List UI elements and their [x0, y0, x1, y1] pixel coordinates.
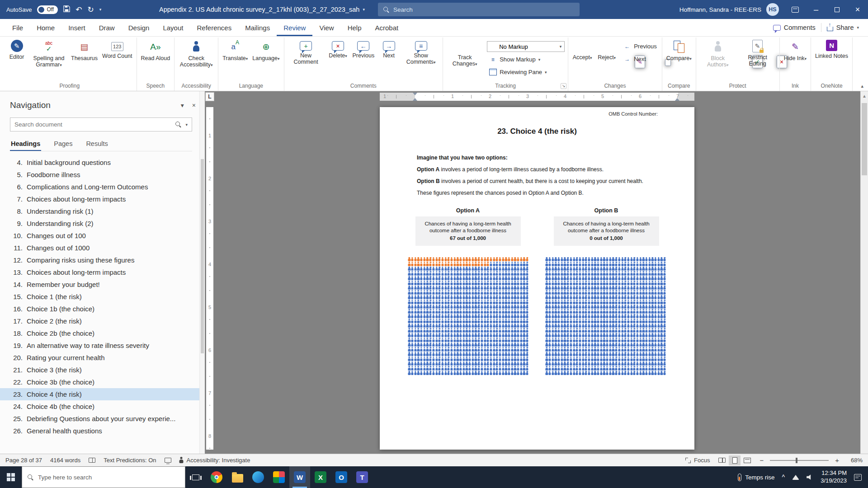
thesaurus-button[interactable]: ▤Thesaurus — [69, 38, 100, 62]
tab-file[interactable]: File — [5, 19, 30, 36]
nav-heading-item[interactable]: 23.Choice 4 (the risk) — [0, 388, 205, 400]
recording-icon[interactable] — [165, 458, 171, 463]
nav-heading-item[interactable]: 9.Understanding risk (2) — [0, 217, 205, 230]
taskbar-app-photos[interactable] — [269, 466, 289, 488]
dialog-launcher-icon[interactable]: ↘ — [561, 83, 566, 89]
nav-heading-item[interactable]: 14.Remember your budget! — [0, 278, 205, 291]
nav-heading-item[interactable]: 24.Choice 4b (the choice) — [0, 400, 205, 413]
nav-tab-results[interactable]: Results — [85, 139, 108, 151]
right-indent-marker[interactable] — [675, 98, 679, 101]
notifications-icon[interactable] — [854, 474, 862, 481]
nav-heading-item[interactable]: 18.Choice 2b (the choice) — [0, 327, 205, 339]
titlebar-search[interactable] — [378, 3, 580, 16]
taskbar-search[interactable] — [22, 466, 185, 488]
taskbar-app-word[interactable]: W — [289, 466, 310, 488]
tab-design[interactable]: Design — [122, 19, 156, 36]
avatar[interactable]: HS — [766, 3, 779, 16]
nav-heading-item[interactable]: 6.Complications and Long-term Outcomes — [0, 181, 205, 193]
save-icon[interactable] — [63, 5, 70, 14]
read-aloud-button[interactable]: A»Read Aloud — [139, 38, 173, 62]
taskbar-search-input[interactable] — [38, 474, 179, 481]
tab-references[interactable]: References — [190, 19, 238, 36]
task-view-button[interactable] — [185, 466, 206, 488]
accept-button[interactable]: ✓Accept▾ — [570, 38, 594, 62]
nav-scrollbar[interactable] — [199, 91, 205, 454]
navigation-dropdown-icon[interactable]: ▾ — [181, 102, 184, 109]
tab-help[interactable]: Help — [341, 19, 368, 36]
nav-heading-item[interactable]: 21.Choice 3 (the risk) — [0, 364, 205, 376]
clock[interactable]: 12:34 PM 3/19/2023 — [821, 469, 847, 485]
nav-heading-item[interactable]: 13.Choices about long-term impacts — [0, 266, 205, 278]
check-accessibility-button[interactable]: Check Accessibility▾ — [176, 38, 216, 69]
collapse-ribbon-icon[interactable]: ▴ — [861, 83, 863, 89]
proofing-icon[interactable] — [89, 458, 95, 463]
nav-search-input[interactable] — [14, 121, 171, 128]
tab-review[interactable]: Review — [277, 19, 312, 36]
restrict-editing-button[interactable]: ✎Restrict Editing — [738, 38, 778, 68]
linked-notes-button[interactable]: NLinked Notes — [813, 38, 850, 60]
tab-view[interactable]: View — [312, 19, 340, 36]
new-comment-button[interactable]: +New Comment — [286, 38, 326, 66]
zoom-in-button[interactable]: + — [835, 456, 839, 464]
nav-heading-item[interactable]: 17.Choice 2 (the risk) — [0, 315, 205, 327]
comments-button[interactable]: Comments — [773, 24, 816, 31]
taskbar-app-excel[interactable]: X — [310, 466, 331, 488]
editor-button[interactable]: ✎Editor — [5, 38, 29, 61]
taskbar-app-outlook[interactable]: O — [331, 466, 352, 488]
user-name[interactable]: Hoffmann, Sandra - REE-ERS — [679, 6, 761, 13]
show-markup-button[interactable]: ≡Show Markup▾ — [487, 54, 565, 65]
spelling-and-grammar-button[interactable]: abc✓Spelling and Grammar▾ — [29, 38, 69, 69]
minimize-button[interactable]: – — [806, 0, 826, 19]
nav-heading-item[interactable]: 26.General health questions — [0, 425, 205, 437]
compare-button[interactable]: Compare▾ — [664, 38, 694, 63]
nav-heading-item[interactable]: 16.Choice 1b (the choice) — [0, 303, 205, 315]
reviewing-pane-button[interactable]: Reviewing Pane▾ — [487, 67, 565, 77]
document-scrollbar-thumb[interactable] — [862, 103, 867, 175]
tab-insert[interactable]: Insert — [61, 19, 92, 36]
nav-heading-item[interactable]: 12.Comparing risks using these figures — [0, 254, 205, 266]
share-button[interactable]: Share ▾ — [827, 24, 859, 31]
accessibility-indicator[interactable]: Accessibility: Investigate — [179, 457, 250, 464]
close-button[interactable]: × — [847, 0, 868, 19]
zoom-slider-thumb[interactable] — [796, 458, 797, 463]
focus-button[interactable]: Focus — [685, 457, 710, 464]
nav-heading-item[interactable]: 15.Choice 1 (the risk) — [0, 291, 205, 303]
start-button[interactable] — [0, 466, 22, 488]
document-title[interactable]: Appendix 2. US Adult chronic survey_2_17… — [159, 0, 365, 19]
tab-layout[interactable]: Layout — [156, 19, 190, 36]
tab-selector[interactable]: L — [205, 92, 214, 101]
hanging-indent-marker[interactable] — [413, 98, 417, 101]
track-changes-button[interactable]: ✎Track Changes▾ — [445, 38, 485, 68]
undo-icon[interactable]: ↶ — [75, 6, 82, 14]
zoom-slider[interactable] — [770, 460, 829, 461]
first-line-indent-marker[interactable] — [413, 93, 417, 95]
nav-heading-item[interactable]: 22.Choice 3b (the choice) — [0, 376, 205, 388]
titlebar-search-input[interactable] — [393, 6, 574, 13]
nav-heading-item[interactable]: 5.Foodborne illness — [0, 169, 205, 181]
next-button[interactable]: →Next — [377, 38, 401, 60]
autosave-toggle[interactable]: Off — [37, 5, 58, 14]
taskbar-app-chrome[interactable] — [206, 466, 227, 488]
text-predictions-indicator[interactable]: Text Predictions: On — [104, 457, 156, 464]
display-for-review-combo[interactable]: No Markup▾ — [487, 41, 565, 52]
block-authors-button[interactable]: Block Authors▾ — [698, 38, 738, 69]
previous-button[interactable]: ←Previous — [350, 38, 377, 60]
read-mode-button[interactable] — [716, 455, 728, 465]
quick-access-chevron-icon[interactable]: ▾ — [99, 7, 102, 12]
ribbon-display-options-icon[interactable] — [785, 0, 806, 19]
reject-button[interactable]: ×Reject▾ — [594, 38, 619, 62]
network-icon[interactable] — [792, 475, 799, 480]
taskbar-app-teams[interactable]: T — [352, 466, 373, 488]
nav-heading-item[interactable]: 4.Initial background questions — [0, 156, 205, 169]
zoom-level[interactable]: 68% — [845, 457, 863, 464]
volume-icon[interactable] — [807, 474, 813, 480]
word-count-indicator[interactable]: 4164 words — [50, 457, 80, 464]
nav-heading-item[interactable]: 11.Changes out of 1000 — [0, 242, 205, 254]
zoom-out-button[interactable]: − — [760, 456, 764, 464]
language-button[interactable]: ⊕Language▾ — [250, 38, 282, 63]
tab-draw[interactable]: Draw — [92, 19, 122, 36]
tab-acrobat[interactable]: Acrobat — [368, 19, 406, 36]
scroll-up-icon[interactable]: ▲ — [861, 91, 868, 99]
nav-search[interactable]: ▾ — [10, 117, 192, 131]
weather-widget[interactable]: Temps rise — [738, 474, 774, 481]
